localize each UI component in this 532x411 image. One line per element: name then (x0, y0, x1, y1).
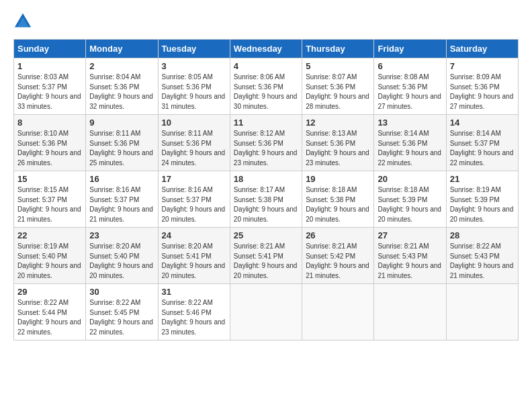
calendar-cell: 28 Sunrise: 8:22 AMSunset: 5:43 PMDaylig… (446, 228, 518, 284)
day-number: 20 (378, 174, 442, 184)
day-info: Sunrise: 8:15 AMSunset: 5:37 PMDaylight:… (17, 185, 82, 224)
day-info: Sunrise: 8:19 AMSunset: 5:39 PMDaylight:… (450, 185, 515, 224)
day-number: 29 (17, 287, 82, 297)
day-number: 15 (17, 174, 82, 184)
day-number: 31 (162, 287, 226, 297)
day-info: Sunrise: 8:10 AMSunset: 5:36 PMDaylight:… (17, 129, 82, 168)
day-info: Sunrise: 8:12 AMSunset: 5:36 PMDaylight:… (234, 129, 298, 168)
day-info: Sunrise: 8:22 AMSunset: 5:44 PMDaylight:… (17, 298, 82, 337)
day-info: Sunrise: 8:16 AMSunset: 5:37 PMDaylight:… (89, 185, 154, 224)
day-info: Sunrise: 8:06 AMSunset: 5:36 PMDaylight:… (234, 73, 298, 111)
calendar-cell: 1 Sunrise: 8:03 AMSunset: 5:37 PMDayligh… (14, 58, 86, 115)
calendar-week-5: 29 Sunrise: 8:22 AMSunset: 5:44 PMDaylig… (14, 284, 519, 340)
th-thursday: Thursday (302, 40, 374, 58)
th-sunday: Sunday (14, 40, 86, 58)
day-info: Sunrise: 8:20 AMSunset: 5:40 PMDaylight:… (89, 242, 154, 281)
day-number: 19 (306, 174, 370, 184)
day-info: Sunrise: 8:13 AMSunset: 5:36 PMDaylight:… (306, 129, 370, 168)
day-number: 24 (162, 230, 226, 240)
day-number: 22 (17, 230, 82, 240)
day-info: Sunrise: 8:22 AMSunset: 5:45 PMDaylight:… (89, 298, 154, 337)
day-number: 4 (234, 61, 298, 71)
day-number: 5 (306, 61, 370, 71)
calendar-cell: 24 Sunrise: 8:20 AMSunset: 5:41 PMDaylig… (158, 228, 230, 284)
calendar-week-1: 1 Sunrise: 8:03 AMSunset: 5:37 PMDayligh… (14, 58, 519, 115)
th-tuesday: Tuesday (158, 40, 230, 58)
calendar-cell: 11 Sunrise: 8:12 AMSunset: 5:36 PMDaylig… (230, 115, 302, 171)
day-number: 1 (17, 61, 82, 71)
day-info: Sunrise: 8:17 AMSunset: 5:38 PMDaylight:… (234, 185, 298, 224)
calendar-cell: 7 Sunrise: 8:09 AMSunset: 5:36 PMDayligh… (446, 58, 518, 115)
day-info: Sunrise: 8:14 AMSunset: 5:37 PMDaylight:… (450, 129, 515, 168)
th-wednesday: Wednesday (230, 40, 302, 58)
calendar-cell: 9 Sunrise: 8:11 AMSunset: 5:36 PMDayligh… (86, 115, 158, 171)
th-monday: Monday (86, 40, 158, 58)
day-info: Sunrise: 8:20 AMSunset: 5:41 PMDaylight:… (162, 242, 226, 281)
day-info: Sunrise: 8:09 AMSunset: 5:36 PMDaylight:… (450, 73, 515, 111)
calendar-cell: 8 Sunrise: 8:10 AMSunset: 5:36 PMDayligh… (14, 115, 86, 171)
page: Sunday Monday Tuesday Wednesday Thursday… (0, 0, 532, 347)
day-number: 27 (378, 230, 442, 240)
calendar-cell: 4 Sunrise: 8:06 AMSunset: 5:36 PMDayligh… (230, 58, 302, 115)
day-number: 10 (162, 118, 226, 128)
calendar-cell: 25 Sunrise: 8:21 AMSunset: 5:41 PMDaylig… (230, 228, 302, 284)
logo-icon (13, 12, 32, 31)
header (13, 12, 519, 31)
calendar-cell: 29 Sunrise: 8:22 AMSunset: 5:44 PMDaylig… (14, 284, 86, 340)
day-info: Sunrise: 8:14 AMSunset: 5:36 PMDaylight:… (378, 129, 442, 168)
day-number: 26 (306, 230, 370, 240)
calendar-cell: 3 Sunrise: 8:05 AMSunset: 5:36 PMDayligh… (158, 58, 230, 115)
day-info: Sunrise: 8:22 AMSunset: 5:43 PMDaylight:… (450, 242, 515, 281)
calendar-cell: 18 Sunrise: 8:17 AMSunset: 5:38 PMDaylig… (230, 171, 302, 228)
day-number: 21 (450, 174, 515, 184)
day-number: 25 (234, 230, 298, 240)
calendar-table: Sunday Monday Tuesday Wednesday Thursday… (13, 39, 519, 340)
calendar-cell: 31 Sunrise: 8:22 AMSunset: 5:46 PMDaylig… (158, 284, 230, 340)
weekday-header-row: Sunday Monday Tuesday Wednesday Thursday… (14, 40, 519, 58)
day-info: Sunrise: 8:04 AMSunset: 5:36 PMDaylight:… (89, 73, 154, 111)
calendar-cell: 12 Sunrise: 8:13 AMSunset: 5:36 PMDaylig… (302, 115, 374, 171)
day-info: Sunrise: 8:21 AMSunset: 5:41 PMDaylight:… (234, 242, 298, 281)
calendar-cell: 17 Sunrise: 8:16 AMSunset: 5:37 PMDaylig… (158, 171, 230, 228)
calendar-cell: 15 Sunrise: 8:15 AMSunset: 5:37 PMDaylig… (14, 171, 86, 228)
calendar-cell: 26 Sunrise: 8:21 AMSunset: 5:42 PMDaylig… (302, 228, 374, 284)
calendar-cell (374, 284, 446, 340)
day-number: 14 (450, 118, 515, 128)
day-number: 13 (378, 118, 442, 128)
day-info: Sunrise: 8:21 AMSunset: 5:43 PMDaylight:… (378, 242, 442, 281)
day-info: Sunrise: 8:18 AMSunset: 5:39 PMDaylight:… (378, 185, 442, 224)
day-info: Sunrise: 8:19 AMSunset: 5:40 PMDaylight:… (17, 242, 82, 281)
day-number: 9 (89, 118, 154, 128)
day-number: 17 (162, 174, 226, 184)
calendar-cell: 21 Sunrise: 8:19 AMSunset: 5:39 PMDaylig… (446, 171, 518, 228)
day-number: 23 (89, 230, 154, 240)
day-number: 30 (89, 287, 154, 297)
day-number: 12 (306, 118, 370, 128)
th-saturday: Saturday (446, 40, 518, 58)
calendar-week-3: 15 Sunrise: 8:15 AMSunset: 5:37 PMDaylig… (14, 171, 519, 228)
calendar-week-4: 22 Sunrise: 8:19 AMSunset: 5:40 PMDaylig… (14, 228, 519, 284)
calendar-cell (446, 284, 518, 340)
calendar-cell: 5 Sunrise: 8:07 AMSunset: 5:36 PMDayligh… (302, 58, 374, 115)
calendar-cell (302, 284, 374, 340)
day-number: 2 (89, 61, 154, 71)
calendar-cell: 19 Sunrise: 8:18 AMSunset: 5:38 PMDaylig… (302, 171, 374, 228)
day-number: 3 (162, 61, 226, 71)
calendar-body: 1 Sunrise: 8:03 AMSunset: 5:37 PMDayligh… (14, 58, 519, 340)
day-info: Sunrise: 8:21 AMSunset: 5:42 PMDaylight:… (306, 242, 370, 281)
day-number: 6 (378, 61, 442, 71)
calendar-cell: 10 Sunrise: 8:11 AMSunset: 5:36 PMDaylig… (158, 115, 230, 171)
calendar-cell: 13 Sunrise: 8:14 AMSunset: 5:36 PMDaylig… (374, 115, 446, 171)
day-info: Sunrise: 8:11 AMSunset: 5:36 PMDaylight:… (89, 129, 154, 168)
calendar-cell: 23 Sunrise: 8:20 AMSunset: 5:40 PMDaylig… (86, 228, 158, 284)
calendar-cell (230, 284, 302, 340)
calendar-cell: 14 Sunrise: 8:14 AMSunset: 5:37 PMDaylig… (446, 115, 518, 171)
calendar-cell: 22 Sunrise: 8:19 AMSunset: 5:40 PMDaylig… (14, 228, 86, 284)
calendar-cell: 30 Sunrise: 8:22 AMSunset: 5:45 PMDaylig… (86, 284, 158, 340)
day-info: Sunrise: 8:07 AMSunset: 5:36 PMDaylight:… (306, 73, 370, 111)
day-number: 16 (89, 174, 154, 184)
day-info: Sunrise: 8:16 AMSunset: 5:37 PMDaylight:… (162, 185, 226, 224)
day-info: Sunrise: 8:11 AMSunset: 5:36 PMDaylight:… (162, 129, 226, 168)
day-info: Sunrise: 8:03 AMSunset: 5:37 PMDaylight:… (17, 73, 82, 111)
day-number: 28 (450, 230, 515, 240)
